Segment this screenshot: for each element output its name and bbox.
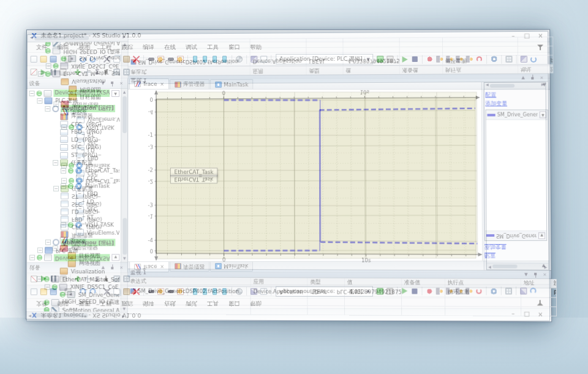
tree-item[interactable]: −EtherCAT_Master_SoftMotion (EtherCAT	[26, 275, 121, 283]
tree-item[interactable]: −EtherCAT_Task	[26, 167, 121, 175]
watch-column-header[interactable]: 准备值	[402, 278, 445, 288]
watch-cell-empty[interactable]	[345, 297, 402, 307]
statistics-icon[interactable]: Σ	[92, 67, 102, 77]
open-file-icon[interactable]	[39, 55, 48, 64]
scroll-up-icon[interactable]: ▲	[123, 89, 126, 95]
new-file-icon[interactable]	[29, 55, 39, 64]
start-icon[interactable]	[400, 55, 409, 64]
stop-icon[interactable]	[410, 55, 420, 64]
scroll-left-icon[interactable]: ◀	[27, 313, 33, 318]
application-combo[interactable]: Application [Device: PLC 逻辑]▼	[276, 54, 373, 64]
compress-view-icon[interactable]	[112, 67, 121, 77]
watch-cell-empty[interactable]	[521, 307, 551, 316]
print-icon[interactable]	[63, 55, 72, 64]
menu-item[interactable]: 帮助	[246, 42, 266, 52]
tree-item[interactable]: −XINJE_DS5C1_CoE_Drive_Rev4_0 (X	[26, 283, 121, 291]
trace-chart[interactable]: 010s0-1-2-3-4 EtherCAT_Task	[128, 90, 484, 270]
menu-item[interactable]: 在线	[160, 43, 180, 52]
panel-close-icon[interactable]: ×	[118, 80, 125, 87]
watch-cell-empty[interactable]	[445, 297, 521, 307]
logout-icon[interactable]	[385, 55, 394, 64]
scroll-right-icon[interactable]: ▶	[543, 264, 548, 269]
watch-column-header[interactable]: 地址	[521, 279, 551, 288]
tab-close-icon[interactable]: ×	[160, 82, 164, 87]
build-icon[interactable]	[249, 55, 258, 64]
bookmark-clear-icon[interactable]	[220, 55, 229, 64]
start-trace-icon[interactable]	[39, 67, 48, 77]
panel-menu-icon[interactable]: ▼	[522, 271, 530, 278]
simulation-icon[interactable]	[519, 55, 529, 64]
watch-cell-prepared[interactable]	[402, 288, 445, 297]
save-icon[interactable]	[49, 55, 58, 64]
scroll-down-icon[interactable]: ▼	[123, 306, 126, 312]
bookmark-toggle-icon[interactable]	[190, 55, 200, 64]
menu-item[interactable]: 调试	[181, 42, 202, 52]
watch-cell-value[interactable]: -4.03289794921875	[345, 288, 402, 297]
copy-icon[interactable]	[112, 55, 121, 64]
watch-cell-empty[interactable]	[128, 296, 251, 305]
filter-icon[interactable]	[536, 44, 545, 51]
watch-cell-type[interactable]: LREAL	[307, 288, 345, 297]
expander-icon[interactable]: −	[53, 245, 58, 251]
tree-item[interactable]: −MainTask	[26, 182, 121, 190]
bookmark-next-icon[interactable]	[200, 55, 209, 64]
close-button[interactable]: ×	[535, 31, 546, 40]
step-over-icon[interactable]	[435, 55, 444, 64]
tree-item[interactable]: +SFC_	[26, 205, 121, 213]
watch-column-header[interactable]: 注释	[551, 279, 557, 288]
panel-close-icon[interactable]: ×	[541, 271, 548, 278]
menu-item[interactable]: 编辑	[53, 43, 74, 52]
step-into-icon[interactable]	[445, 55, 454, 64]
chevron-down-icon[interactable]: ▼	[540, 112, 546, 118]
expander-icon[interactable]: −	[37, 277, 42, 282]
scroll-left-icon[interactable]: ◀	[487, 264, 492, 269]
find-icon[interactable]	[146, 55, 156, 64]
tree-item[interactable]: +FBD_	[26, 190, 121, 198]
refresh-icon[interactable]	[529, 55, 538, 64]
pin-icon[interactable]	[108, 80, 116, 87]
minimize-button[interactable]: –	[508, 31, 518, 40]
tab-MainTask[interactable]: MainTask	[210, 79, 253, 89]
menu-item[interactable]: 编译	[138, 43, 159, 52]
expander-icon[interactable]: −	[61, 183, 66, 189]
menu-item[interactable]: 视图	[74, 43, 94, 52]
cursor-icon[interactable]	[83, 67, 92, 77]
tab-库管理器[interactable]: 库管理器	[170, 79, 209, 89]
watch-cell-address[interactable]	[521, 288, 551, 297]
stretch-view-icon[interactable]	[122, 67, 131, 77]
tree-item[interactable]: +LD_	[26, 197, 121, 205]
expander-icon[interactable]: −	[45, 284, 50, 289]
scroll-thumb[interactable]	[492, 264, 518, 268]
watch-column-header[interactable]: 值	[345, 278, 402, 288]
menu-item[interactable]: 文件	[32, 43, 52, 52]
replace-icon[interactable]	[166, 55, 175, 64]
watch-cell-execution[interactable]: 循环监测	[445, 288, 521, 298]
trace-config-icon[interactable]	[29, 67, 39, 77]
tree-item[interactable]: +SM_Drive_GenericDSP402 (SM_	[26, 291, 121, 299]
tree-item[interactable]: −Device [连接的] (XSA330-W)▼	[27, 90, 121, 97]
expander-icon[interactable]: −	[61, 168, 66, 174]
expander-icon[interactable]: −	[61, 222, 66, 227]
tree-item[interactable]: +CFC_	[26, 174, 121, 182]
cut-icon[interactable]	[102, 55, 111, 64]
watch-column-header[interactable]: 应用	[251, 278, 308, 288]
tree-item[interactable]: +VisuElems.Visu_Prg	[26, 229, 121, 237]
watch-cell-expression[interactable]: SM_Drive_GenericDSP402.fActPosition	[128, 286, 251, 296]
watch-cell-empty[interactable]	[345, 306, 402, 316]
tree-item[interactable]: +Visualization	[26, 267, 121, 275]
compile-icon[interactable]	[235, 55, 244, 64]
expander-icon[interactable]: −	[37, 98, 42, 104]
watch-cell-comment[interactable]: Paramet...	[551, 288, 557, 297]
tree-item[interactable]: +CFC_ (PRG)	[26, 120, 121, 128]
panel-menu-icon[interactable]: ▼	[99, 80, 107, 87]
device-tree-hscrollbar[interactable]: ◀ ▶	[26, 311, 127, 319]
menu-item[interactable]: 工具	[203, 42, 223, 52]
generate-code-icon[interactable]	[259, 55, 268, 64]
trace-plot[interactable]: 010s0-1-2-3-4	[128, 90, 483, 270]
watch-column-header[interactable]: 表达式	[128, 277, 251, 287]
tree-item[interactable]: +ST_	[26, 213, 121, 221]
expander-icon[interactable]: −	[45, 106, 50, 112]
add-trace-variable-icon[interactable]	[73, 67, 82, 77]
scroll-thumb[interactable]	[122, 96, 126, 133]
tree-item[interactable]: +Trace	[26, 237, 121, 245]
